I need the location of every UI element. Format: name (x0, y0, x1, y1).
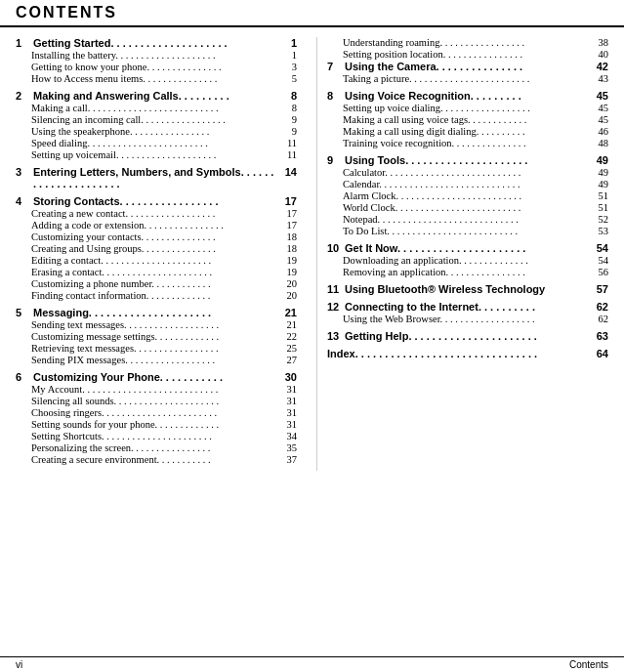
toc-sub-item: Alarm Clock. . . . . . . . . . . . . . .… (343, 190, 608, 201)
toc-sub-item: Erasing a contact. . . . . . . . . . . .… (31, 267, 297, 277)
toc-section: 1Getting Started. . . . . . . . . . . . … (16, 37, 297, 84)
toc-sub-item: Customizing a phone number. . . . . . . … (31, 278, 297, 289)
chapter-number: 7 (327, 61, 343, 72)
sub-item-title: Choosing ringers. . . . . . . . . . . . … (31, 407, 277, 418)
toc-chapter: 3Entering Letters, Numbers, and Symbols.… (16, 166, 297, 189)
chapter-page: 42 (589, 61, 608, 72)
sub-item-page: 53 (589, 226, 608, 236)
chapter-page: 21 (277, 307, 297, 318)
toc-sub-item: Understanding roaming. . . . . . . . . .… (343, 37, 608, 48)
sub-item-title: Using the speakerphone. . . . . . . . . … (31, 126, 277, 137)
chapter-title: Getting Started. . . . . . . . . . . . .… (33, 37, 277, 49)
toc-section: 13Getting Help. . . . . . . . . . . . . … (327, 330, 608, 342)
sub-item-page: 54 (589, 255, 608, 266)
chapter-title: Using the Camera. . . . . . . . . . . . … (345, 61, 589, 72)
footer-label: Contents (569, 659, 608, 670)
sub-item-title: Customizing your contacts. . . . . . . .… (31, 231, 277, 242)
sub-item-page: 40 (589, 49, 608, 60)
sub-item-page: 9 (277, 126, 297, 137)
sub-item-page: 43 (589, 73, 608, 84)
toc-chapter: 13Getting Help. . . . . . . . . . . . . … (327, 330, 608, 342)
sub-item-title: Setting position location. . . . . . . .… (343, 49, 589, 60)
toc-section: 3Entering Letters, Numbers, and Symbols.… (16, 166, 297, 189)
toc-section: 5Messaging. . . . . . . . . . . . . . . … (16, 307, 297, 365)
toc-section: 12Connecting to the Internet. . . . . . … (327, 301, 608, 324)
toc-sub-item: Personalizing the screen. . . . . . . . … (31, 442, 297, 453)
chapter-number: 2 (16, 90, 31, 102)
sub-item-title: Retrieving text messages. . . . . . . . … (31, 343, 277, 354)
toc-sub-item: Silencing all sounds. . . . . . . . . . … (31, 396, 297, 406)
sub-item-page: 18 (277, 243, 297, 254)
toc-sub-item: Setting up voice dialing. . . . . . . . … (343, 103, 608, 113)
sub-item-page: 5 (277, 73, 297, 84)
sub-item-page: 45 (589, 114, 608, 125)
sub-item-title: Taking a picture. . . . . . . . . . . . … (343, 73, 589, 84)
sub-item-title: Making a call using voice tags. . . . . … (343, 114, 589, 125)
chapter-title: Using Voice Recognition. . . . . . . . . (345, 90, 589, 102)
chapter-page: 45 (589, 90, 608, 102)
page-footer: vi Contents (0, 656, 624, 672)
footer-page-num: vi (16, 659, 22, 670)
sub-item-title: Sending PIX messages. . . . . . . . . . … (31, 355, 277, 365)
toc-sub-item: Taking a picture. . . . . . . . . . . . … (343, 73, 608, 84)
toc-sub-item: Finding contact information. . . . . . .… (31, 290, 297, 301)
chapter-number: 5 (16, 307, 31, 318)
sub-item-page: 11 (277, 138, 297, 148)
toc-sub-item: Creating a secure environment. . . . . .… (31, 454, 297, 465)
sub-item-title: Alarm Clock. . . . . . . . . . . . . . .… (343, 190, 589, 201)
toc-sub-item: Retrieving text messages. . . . . . . . … (31, 343, 297, 354)
toc-section: 8Using Voice Recognition. . . . . . . . … (327, 90, 608, 148)
sub-item-page: 49 (589, 167, 608, 178)
toc-chapter: 1Getting Started. . . . . . . . . . . . … (16, 37, 297, 49)
toc-sub-item: Using the Web Browser. . . . . . . . . .… (343, 314, 608, 324)
sub-item-title: To Do List. . . . . . . . . . . . . . . … (343, 226, 589, 236)
sub-item-title: Setting up voicemail. . . . . . . . . . … (31, 149, 277, 160)
toc-chapter: Index. . . . . . . . . . . . . . . . . .… (327, 348, 608, 359)
toc-sub-item: Making a call using digit dialing. . . .… (343, 126, 608, 137)
right-column: Understanding roaming. . . . . . . . . .… (316, 37, 608, 471)
sub-item-title: Making a call using digit dialing. . . .… (343, 126, 589, 137)
chapter-title: Get It Now. . . . . . . . . . . . . . . … (345, 242, 589, 254)
page: CONTENTS 1Getting Started. . . . . . . .… (0, 0, 624, 672)
sub-item-title: Removing an application. . . . . . . . .… (343, 267, 589, 277)
toc-section: 6Customizing Your Phone. . . . . . . . .… (16, 371, 297, 465)
toc-sub-item: Setting position location. . . . . . . .… (343, 49, 608, 60)
chapter-page: 57 (589, 283, 608, 295)
toc-sub-item: Calendar. . . . . . . . . . . . . . . . … (343, 179, 608, 189)
sub-item-title: Personalizing the screen. . . . . . . . … (31, 442, 277, 453)
sub-item-title: Using the Web Browser. . . . . . . . . .… (343, 314, 589, 324)
toc-sub-item: Removing an application. . . . . . . . .… (343, 267, 608, 277)
sub-item-page: 20 (277, 290, 297, 301)
sub-item-page: 45 (589, 103, 608, 113)
sub-item-title: Creating and Using groups. . . . . . . .… (31, 243, 277, 254)
sub-item-page: 19 (277, 267, 297, 277)
chapter-page: 49 (589, 154, 608, 166)
sub-item-page: 46 (589, 126, 608, 137)
sub-item-title: Speed dialing. . . . . . . . . . . . . .… (31, 138, 277, 148)
page-header: CONTENTS (0, 0, 624, 27)
chapter-number: 6 (16, 371, 31, 383)
sub-item-title: Downloading an application. . . . . . . … (343, 255, 589, 266)
sub-item-page: 21 (277, 319, 297, 330)
toc-sub-item: Sending PIX messages. . . . . . . . . . … (31, 355, 297, 365)
sub-item-page: 35 (277, 442, 297, 453)
chapter-title: Using Tools. . . . . . . . . . . . . . .… (345, 154, 589, 166)
toc-section: 4Storing Contacts. . . . . . . . . . . .… (16, 195, 297, 301)
sub-item-title: Calculator. . . . . . . . . . . . . . . … (343, 167, 589, 178)
toc-sub-item: Calculator. . . . . . . . . . . . . . . … (343, 167, 608, 178)
toc-sub-item: Sending text messages. . . . . . . . . .… (31, 319, 297, 330)
toc-chapter: 11Using Bluetooth® Wireless Technology57 (327, 283, 608, 295)
sub-item-page: 20 (277, 278, 297, 289)
toc-sub-item: To Do List. . . . . . . . . . . . . . . … (343, 226, 608, 236)
sub-item-title: Customizing a phone number. . . . . . . … (31, 278, 277, 289)
toc-sub-item: Editing a contact. . . . . . . . . . . .… (31, 255, 297, 266)
toc-sub-item: Notepad. . . . . . . . . . . . . . . . .… (343, 214, 608, 225)
chapter-number: 10 (327, 242, 343, 254)
sub-item-page: 22 (277, 331, 297, 342)
chapter-number: 3 (16, 166, 31, 178)
sub-item-page: 9 (277, 114, 297, 125)
toc-sub-item: Speed dialing. . . . . . . . . . . . . .… (31, 138, 297, 148)
sub-item-page: 27 (277, 355, 297, 365)
sub-item-page: 19 (277, 255, 297, 266)
sub-item-title: Silencing an incoming call. . . . . . . … (31, 114, 277, 125)
